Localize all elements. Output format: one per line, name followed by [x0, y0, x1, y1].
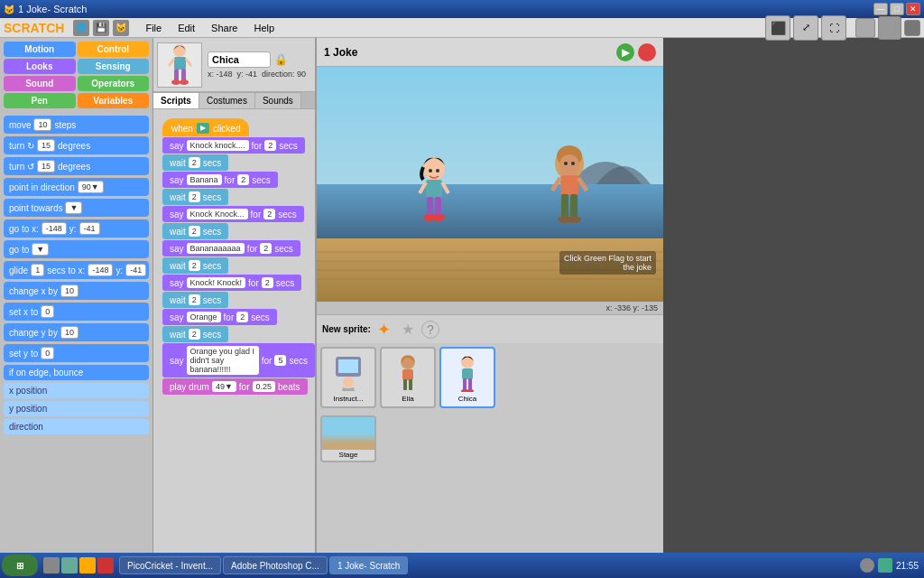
cat-motion-btn[interactable]: Motion [4, 42, 76, 57]
block-say-7[interactable]: say Orange you glad I didn't say banana!… [162, 343, 315, 378]
block-say-3[interactable]: say Knock Knock... for 2 secs [162, 206, 304, 222]
systray-icon-1[interactable] [860, 558, 874, 573]
taskbar: ⊞ PicoCricket - Invent... Adobe Photosho… [0, 553, 924, 578]
taskbar-scratch[interactable]: 1 Joke- Scratch [329, 556, 408, 574]
fullscreen-icon[interactable]: ⛶ [821, 15, 846, 41]
stage-list-item[interactable]: Stage [320, 415, 376, 462]
svg-rect-4 [174, 69, 179, 81]
block-glide[interactable]: glide 1 secs to x: -148 y: -41 [4, 261, 149, 279]
paint-sprite-btn[interactable]: ✦ [374, 320, 394, 340]
block-x-pos[interactable]: x position [4, 383, 149, 398]
svg-rect-33 [561, 194, 568, 218]
block-set-y[interactable]: set y to 0 [4, 344, 149, 362]
block-turn-ccw[interactable]: turn ↺ 15 degrees [4, 157, 149, 175]
svg-point-16 [429, 169, 432, 172]
sprite-item-chica[interactable]: Chica [439, 347, 495, 408]
close-button[interactable]: ✕ [906, 3, 920, 15]
block-say-6[interactable]: say Orange for 2 secs [162, 309, 277, 325]
cat-variables-btn[interactable]: Variables [78, 93, 150, 108]
block-wait-6[interactable]: wait 2 secs [162, 326, 228, 342]
new-sprite-from-file-btn[interactable]: ★ [398, 320, 418, 340]
globe-icon[interactable]: 🌐 [73, 20, 89, 36]
block-wait-3[interactable]: wait 2 secs [162, 223, 228, 239]
instructor-thumb-icon [331, 355, 365, 391]
menu-edit[interactable]: Edit [171, 21, 202, 35]
sprite-header: Chica 🔒 x: -148 y: -41 direction: 90 [153, 38, 315, 92]
block-set-x[interactable]: set x to 0 [4, 303, 149, 321]
block-when-flag-clicked[interactable]: when ▶ clicked [162, 118, 249, 136]
maximize-button[interactable]: □ [890, 3, 904, 15]
cat-pen-btn[interactable]: Pen [4, 93, 76, 108]
present-icon[interactable]: ⬛ [765, 15, 790, 41]
script-stack: when ▶ clicked say Knock knock.... for 2… [162, 118, 315, 395]
expand-icon[interactable]: ⤢ [793, 15, 818, 41]
block-wait-5[interactable]: wait 2 secs [162, 292, 228, 308]
block-y-pos[interactable]: y position [4, 401, 149, 416]
random-sprite-btn[interactable]: ? [421, 321, 439, 339]
menu-share[interactable]: Share [204, 21, 245, 35]
block-turn-cw[interactable]: turn ↻ 15 degrees [4, 136, 149, 154]
menu-file[interactable]: File [138, 21, 169, 35]
svg-point-17 [436, 169, 439, 172]
cat-looks-btn[interactable]: Looks [4, 59, 76, 74]
script-area[interactable]: when ▶ clicked say Knock knock.... for 2… [153, 109, 315, 578]
sprite-item-instructor[interactable]: Instruct... [320, 347, 376, 408]
stage-title: 1 Joke [324, 46, 357, 59]
quicklaunch-4[interactable] [97, 557, 114, 573]
stage-coords: x: -336 y: -135 [317, 302, 663, 314]
taskbar-photoshop[interactable]: Adobe Photoshop C... [223, 556, 328, 574]
block-move[interactable]: move 10 steps [4, 116, 149, 134]
stage-list-label: Stage [339, 451, 358, 459]
quicklaunch-3[interactable] [79, 557, 96, 573]
stage-size-large[interactable] [904, 20, 920, 36]
cat-operators-btn[interactable]: Operators [78, 76, 150, 91]
systray-icon-2[interactable] [878, 558, 892, 573]
quicklaunch-2[interactable] [61, 557, 78, 573]
svg-rect-22 [435, 197, 441, 217]
start-button[interactable]: ⊞ [2, 555, 38, 576]
save-icon[interactable]: 💾 [93, 20, 109, 36]
block-wait-1[interactable]: wait 2 secs [162, 154, 228, 171]
block-goto[interactable]: go to ▼ [4, 240, 149, 258]
sprite-item-ella[interactable]: Ella [380, 347, 436, 408]
tab-costumes[interactable]: Costumes [199, 92, 255, 108]
block-point-dir[interactable]: point in direction 90▼ [4, 178, 149, 196]
block-say-1[interactable]: say Knock knock.... for 2 secs [162, 137, 305, 154]
stage-size-med[interactable] [878, 16, 901, 40]
minimize-button[interactable]: — [873, 3, 888, 15]
block-wait-4[interactable]: wait 2 secs [162, 257, 228, 274]
stage-size-small[interactable] [855, 18, 875, 38]
block-say-4[interactable]: say Bananaaaaaa for 2 secs [162, 240, 300, 256]
taskbar-pico[interactable]: PicoCricket - Invent... [119, 556, 221, 574]
chica-thumb-icon2 [455, 354, 480, 392]
svg-rect-47 [462, 368, 473, 379]
title-bar-left: 🐱 1 Joke- Scratch [4, 4, 87, 14]
stop-button[interactable] [638, 43, 656, 61]
tab-sounds[interactable]: Sounds [255, 92, 301, 108]
cat-icon[interactable]: 🐱 [113, 20, 129, 36]
block-direction[interactable]: direction [4, 419, 149, 434]
block-change-x[interactable]: change x by 10 [4, 282, 149, 300]
cat-sensing-btn[interactable]: Sensing [78, 59, 150, 74]
cat-sound-btn[interactable]: Sound [4, 76, 76, 91]
block-goto-xy[interactable]: go to x: -148 y: -41 [4, 219, 149, 238]
tab-scripts[interactable]: Scripts [153, 92, 199, 108]
block-say-5[interactable]: say Knock! Knock! for 2 secs [162, 275, 301, 291]
block-say-2[interactable]: say Banana for 2 secs [162, 172, 278, 188]
quicklaunch-1[interactable] [43, 557, 60, 573]
svg-point-51 [467, 389, 474, 392]
block-change-y[interactable]: change y by 10 [4, 323, 149, 341]
block-point-towards[interactable]: point towards ▼ [4, 199, 149, 217]
svg-point-36 [567, 216, 581, 223]
block-wait-2[interactable]: wait 2 secs [162, 189, 228, 205]
sprite-name-input[interactable]: Chica [208, 51, 271, 68]
stage-panel: 1 Joke ▶ [316, 38, 663, 578]
app-window: 🐱 1 Joke- Scratch — □ ✕ SCRATCH 🌐 💾 🐱 Fi… [0, 0, 924, 578]
block-play-drum[interactable]: play drum 49▼ for 0.25 beats [162, 378, 308, 395]
block-bounce[interactable]: if on edge, bounce [4, 365, 149, 380]
cat-control-btn[interactable]: Control [78, 42, 150, 57]
taskbar-quick-launch [43, 557, 114, 573]
green-flag-button[interactable]: ▶ [616, 43, 634, 61]
menu-help[interactable]: Help [246, 21, 282, 35]
title-bar-icon: 🐱 [4, 5, 14, 14]
